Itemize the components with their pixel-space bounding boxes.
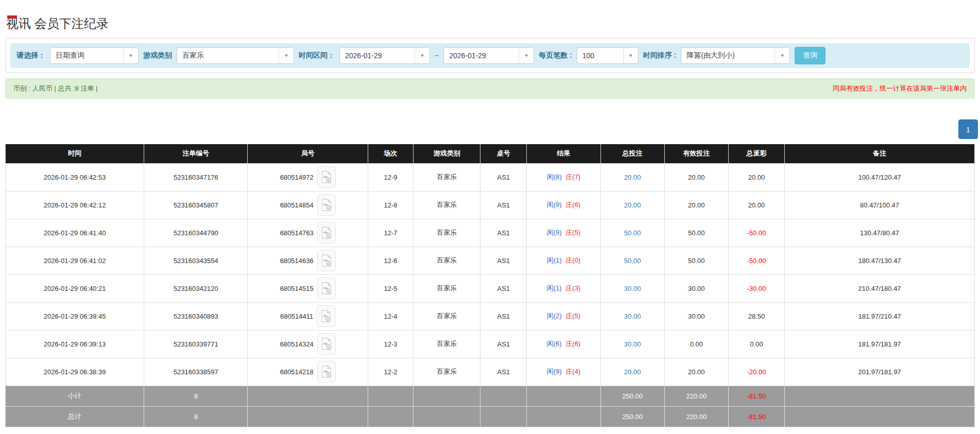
cell-round-no: 680514636 [248,247,368,274]
cell-valid-bet: 30.00 [664,274,728,302]
cell-round-no: 680514324 [248,330,368,358]
filter-panel: 请选择： 日期查询 ▼ 游戏类别 百家乐 ▼ 时间区间： 2026-01-29 … [5,38,975,73]
cell-session: 12-3 [368,330,413,358]
cell-table-no: AS1 [480,330,527,358]
table-row: 2026-01-29 06:39:45 523160340893 6805144… [6,302,975,330]
video-replay-button[interactable] [317,277,336,299]
cell-bet-no: 523160344790 [144,219,248,247]
page-size-label: 每页笔数 : [539,51,572,60]
video-replay-button[interactable] [317,194,336,216]
date-from-select[interactable]: 2026-01-29 ▼ [339,47,430,64]
cell-total-bet: 50.00 [600,219,664,247]
result-banker: 庄(6) [565,340,580,348]
video-replay-button[interactable] [317,250,336,271]
page-size-select[interactable]: 100 ▼ [577,47,639,64]
table-row: 2026-01-29 06:38:39 523160338597 6805142… [6,358,975,386]
chevron-down-icon: ▼ [775,48,789,63]
col-result: 结果 [527,144,600,163]
currency-total-summary: 币别 : 人民币 | 总共 :8 注单 | [13,84,98,93]
chevron-down-icon: ▼ [279,48,294,63]
date-from-value: 2026-01-29 [340,48,415,63]
search-button[interactable]: 查询 [795,47,826,64]
game-category-select[interactable]: 百家乐 ▼ [177,47,294,64]
video-replay-button[interactable] [317,305,335,327]
cell-valid-bet: 20.00 [664,163,728,191]
cell-total-bet: 30.00 [600,302,664,330]
cell-total-bet: 30.00 [600,274,664,302]
cell-table-no: AS1 [480,274,527,302]
grand-total-label: 总计 [6,406,144,427]
valid-bet-note: 同局有效投注，统一计算在该局第一张注单内 [833,84,967,93]
result-banker: 庄(0) [565,256,580,264]
cell-result: 闲(6) 庄(6) [527,330,600,358]
round-number: 680514515 [280,285,314,292]
video-replay-button[interactable] [317,333,336,355]
video-replay-button[interactable] [317,361,336,383]
broken-image-indicator [7,15,17,19]
cell-result: 闲(8) 庄(7) [527,163,600,191]
cell-valid-bet: 0.00 [664,330,728,358]
film-record-icon [321,171,332,183]
total-bet-link[interactable]: 20.00 [624,173,641,181]
time-sort-select[interactable]: 降冪(由大到小) ▼ [681,47,790,64]
cell-valid-bet: 20.00 [664,191,728,219]
grand-total-valid-bet: 220.00 [664,406,728,427]
cell-bet-no: 523160338597 [144,358,248,386]
cell-session: 12-6 [368,247,413,274]
col-note: 备注 [785,144,975,163]
cell-bet-no: 523160345807 [144,191,248,219]
table-row: 2026-01-29 06:39:13 523160339771 6805143… [6,330,975,358]
cell-payout: -50.00 [728,247,784,274]
cell-time: 2026-01-29 06:41:02 [6,247,144,274]
result-banker: 庄(4) [565,368,580,375]
video-replay-button[interactable] [317,222,336,244]
video-replay-button[interactable] [317,166,336,188]
date-to-select[interactable]: 2026-01-29 ▼ [443,47,534,64]
cell-round-no: 680514218 [248,358,368,386]
table-header: 时间 注单编号 局号 场次 游戏类别 桌号 结果 总投注 有效投注 总派彩 备注 [6,144,975,163]
cell-payout: -30.00 [728,274,784,302]
cell-time: 2026-01-29 06:42:53 [6,163,144,191]
subtotal-valid-bet: 220.00 [664,386,728,406]
film-record-icon [321,282,332,294]
cell-round-no: 680514763 [248,219,368,247]
cell-valid-bet: 20.00 [664,358,728,386]
page-1-button[interactable]: 1 [958,119,978,139]
total-bet-link[interactable]: 30.00 [624,313,641,320]
total-bet-link[interactable]: 50.00 [624,229,641,237]
cell-note: 201.97/181.97 [785,358,975,386]
query-type-select[interactable]: 日期查询 ▼ [50,47,139,64]
time-sort-value: 降冪(由大到小) [681,48,775,63]
total-bet-link[interactable]: 20.00 [624,368,641,376]
cell-payout: -20.00 [728,358,784,386]
cell-result: 闲(1) 庄(3) [527,274,600,302]
cell-bet-no: 523160343554 [144,247,248,274]
cell-game: 百家乐 [414,302,480,330]
page-size-value: 100 [577,48,623,63]
col-table-no: 桌号 [480,144,527,163]
table-row: 2026-01-29 06:42:12 523160345807 6805148… [6,191,975,219]
cell-session: 12-2 [368,358,413,386]
col-session: 场次 [368,144,413,163]
total-bet-link[interactable]: 30.00 [624,285,641,292]
film-record-icon [321,310,331,322]
cell-bet-no: 523160339771 [144,330,248,358]
cell-note: 181.97/181.97 [785,330,975,358]
cell-round-no: 680514854 [248,191,368,219]
game-category-value: 百家乐 [177,48,279,63]
cell-round-no: 680514972 [248,163,368,191]
cell-table-no: AS1 [480,358,527,386]
result-player: 闲(9) [547,229,562,236]
total-bet-link[interactable]: 20.00 [624,201,641,209]
subtotal-row: 小计 8 250.00 220.00 -81.50 [6,386,975,406]
chevron-down-icon: ▼ [415,48,429,63]
chevron-down-icon: ▼ [123,48,138,63]
total-bet-link[interactable]: 30.00 [624,340,641,348]
cell-game: 百家乐 [414,247,480,274]
date-to-value: 2026-01-29 [444,48,519,63]
total-bet-link[interactable]: 50.00 [624,257,641,265]
table-row: 2026-01-29 06:41:40 523160344790 6805147… [6,219,975,247]
cell-game: 百家乐 [414,330,480,358]
chevron-down-icon: ▼ [519,48,534,63]
cell-round-no: 680514515 [248,274,368,302]
